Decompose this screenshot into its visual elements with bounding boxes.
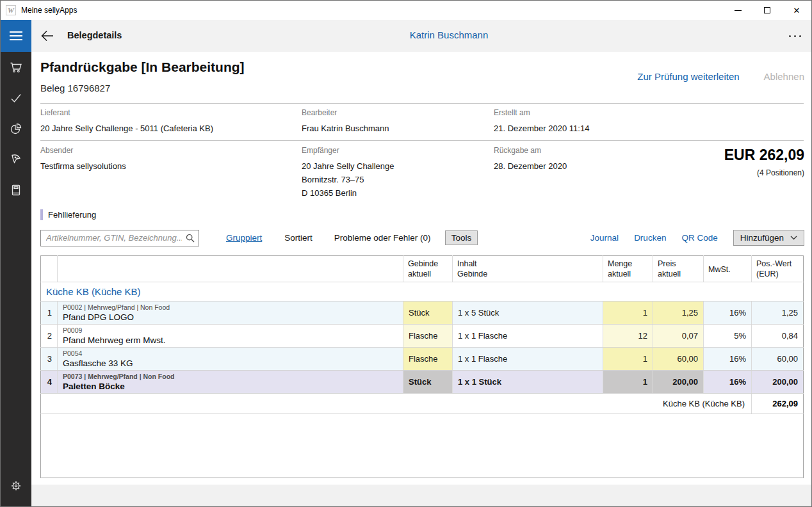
close-button[interactable]: ✕ xyxy=(782,1,811,20)
forward-for-review-button[interactable]: Zur Prüfung weiterleiten xyxy=(637,71,739,82)
gebinde-cell[interactable]: Stück xyxy=(403,302,453,325)
checkmark-icon xyxy=(8,90,24,106)
group-footer-row: Küche KB (Küche KB) 262,09 xyxy=(41,394,804,414)
gebinde-cell[interactable]: Stück xyxy=(403,371,453,394)
field-erstellt-am: Erstellt am 21. Dezember 2020 11:14 xyxy=(494,108,589,135)
field-lieferant: Lieferant 20 Jahre Selly Challenge - 501… xyxy=(40,108,213,135)
article-meta: P0073 | Mehrweg/Pfand | Non Food xyxy=(63,373,398,381)
col-mwst[interactable]: MwSt. xyxy=(704,256,752,282)
add-dropdown-button[interactable]: Hinzufügen xyxy=(733,230,804,246)
menge-cell[interactable]: 12 xyxy=(603,325,653,348)
field-absender: Absender Testfirma sellysolutions xyxy=(40,146,126,173)
sorted-toggle[interactable]: Sortiert xyxy=(284,233,313,243)
search-input[interactable] xyxy=(40,230,199,246)
document-tag: Fehllieferung xyxy=(40,209,96,220)
menge-cell[interactable]: 1 xyxy=(603,302,653,325)
menge-cell[interactable]: 1 xyxy=(603,348,653,371)
positions-table: Gebindeaktuell InhaltGebinde Mengeaktuel… xyxy=(40,255,804,478)
menge-cell[interactable]: 1 xyxy=(603,371,653,394)
hamburger-menu-button[interactable] xyxy=(1,20,31,52)
table-row-selected[interactable]: 4 P0073 | Mehrweg/Pfand | Non Food Palet… xyxy=(41,371,804,394)
print-link[interactable]: Drucken xyxy=(634,233,666,243)
table-row[interactable]: 3 P0054 Gasflasche 33 KG Flasche 1 x 1 F… xyxy=(41,348,804,371)
group-sum-value: 262,09 xyxy=(752,394,804,414)
col-inhalt-gebinde[interactable]: InhaltGebinde xyxy=(453,256,603,282)
preis-cell[interactable]: 60,00 xyxy=(653,348,704,371)
journal-link[interactable]: Journal xyxy=(590,233,619,243)
maximize-button[interactable] xyxy=(752,1,782,20)
row-number: 4 xyxy=(41,371,58,394)
article-name: Pfand DPG LOGO xyxy=(63,312,398,323)
table-row[interactable]: 1 P0002 | Mehrweg/Pfand | Non Food Pfand… xyxy=(41,302,804,325)
tools-button[interactable]: Tools xyxy=(445,230,478,245)
table-header-row: Gebindeaktuell InhaltGebinde Mengeaktuel… xyxy=(41,256,804,282)
settings-gear-icon xyxy=(8,478,24,494)
row-number: 3 xyxy=(41,348,58,371)
divider xyxy=(40,103,804,104)
article-name: Pfand Mehrweg erm Mwst. xyxy=(63,335,398,346)
back-button[interactable] xyxy=(39,28,56,44)
chevron-down-icon xyxy=(790,236,797,240)
gebinde-cell[interactable]: Flasche xyxy=(403,348,453,371)
tag-accent-bar xyxy=(40,209,43,220)
pie-chart-icon xyxy=(8,121,24,136)
preis-cell[interactable]: 200,00 xyxy=(653,371,704,394)
minimize-icon xyxy=(735,10,742,11)
document-total: EUR 262,09 (4 Positionen) xyxy=(724,147,804,177)
col-gebinde-aktuell[interactable]: Gebindeaktuell xyxy=(403,256,453,282)
toolbar-right: Journal Drucken QR Code Hinzufügen xyxy=(590,230,804,246)
status-bar xyxy=(31,485,812,506)
more-options-button[interactable] xyxy=(789,35,801,37)
titlebar: W Meine sellyApps ✕ xyxy=(1,1,811,20)
col-preis-aktuell[interactable]: Preisaktuell xyxy=(653,256,704,282)
sidebar-item-tasks[interactable] xyxy=(1,83,31,113)
sidebar xyxy=(1,52,31,506)
document-actions: Zur Prüfung weiterleiten Ablehnen xyxy=(637,71,804,82)
field-empfaenger: Empfänger 20 Jahre Selly Challenge Borni… xyxy=(302,146,394,200)
tag-label: Fehllieferung xyxy=(48,210,96,220)
preis-cell[interactable]: 1,25 xyxy=(653,302,704,325)
current-user-link[interactable]: Katrin Buschmann xyxy=(368,29,530,40)
article-name: Gasflasche 33 KG xyxy=(63,358,398,369)
mwst-cell: 5% xyxy=(704,325,752,348)
gebinde-cell[interactable]: Flasche xyxy=(403,325,453,348)
pos-wert-cell: 200,00 xyxy=(752,371,804,394)
article-cell[interactable]: P0073 | Mehrweg/Pfand | Non Food Palette… xyxy=(58,371,403,394)
inhalt-cell: 1 x 1 Stück xyxy=(453,371,603,394)
app-header: Belegdetails Katrin Buschmann xyxy=(1,20,811,52)
group-sum-label: Küche KB (Küche KB) xyxy=(41,394,752,414)
total-amount: EUR 262,09 xyxy=(724,147,804,164)
minimize-button[interactable] xyxy=(723,1,752,20)
col-row-number xyxy=(41,256,58,282)
qr-code-link[interactable]: QR Code xyxy=(681,233,717,243)
article-cell[interactable]: P0054 Gasflasche 33 KG xyxy=(58,348,403,371)
mwst-cell: 16% xyxy=(704,348,752,371)
article-cell[interactable]: P0002 | Mehrweg/Pfand | Non Food Pfand D… xyxy=(58,302,403,325)
positions-table-container: Gebindeaktuell InhaltGebinde Mengeaktuel… xyxy=(40,255,804,478)
sidebar-item-reports[interactable] xyxy=(1,113,31,144)
group-header-row[interactable]: Küche KB (Küche KB) xyxy=(41,282,804,302)
col-pos-wert[interactable]: Pos.-Wert(EUR) xyxy=(752,256,804,282)
field-bearbeiter: Bearbeiter Frau Katrin Buschmann xyxy=(302,108,389,135)
row-number: 1 xyxy=(41,302,58,325)
sidebar-item-settings[interactable] xyxy=(1,471,31,501)
sidebar-item-cart[interactable] xyxy=(1,52,31,83)
close-icon: ✕ xyxy=(793,6,800,15)
divider xyxy=(40,140,804,141)
document-title: Pfandrückgabe [In Bearbeitung] xyxy=(40,60,245,75)
pos-wert-cell: 1,25 xyxy=(752,302,804,325)
inhalt-cell: 1 x 5 Stück xyxy=(453,302,603,325)
back-arrow-icon xyxy=(40,28,55,44)
col-menge-aktuell[interactable]: Mengeaktuell xyxy=(603,256,653,282)
sidebar-item-catalog[interactable] xyxy=(1,175,31,205)
reject-button[interactable]: Ablehnen xyxy=(764,71,804,82)
table-row[interactable]: 2 P0009 Pfand Mehrweg erm Mwst. Flasche … xyxy=(41,325,804,348)
preis-cell[interactable]: 0,07 xyxy=(653,325,704,348)
field-rueckgabe-am: Rückgabe am 28. Dezember 2020 xyxy=(494,146,567,173)
sidebar-item-deals[interactable] xyxy=(1,144,31,175)
window-controls: ✕ xyxy=(723,1,811,20)
problems-filter[interactable]: Probleme oder Fehler (0) xyxy=(334,233,431,243)
grouped-toggle[interactable]: Gruppiert xyxy=(226,233,262,243)
mwst-cell: 16% xyxy=(704,371,752,394)
article-cell[interactable]: P0009 Pfand Mehrweg erm Mwst. xyxy=(58,325,403,348)
